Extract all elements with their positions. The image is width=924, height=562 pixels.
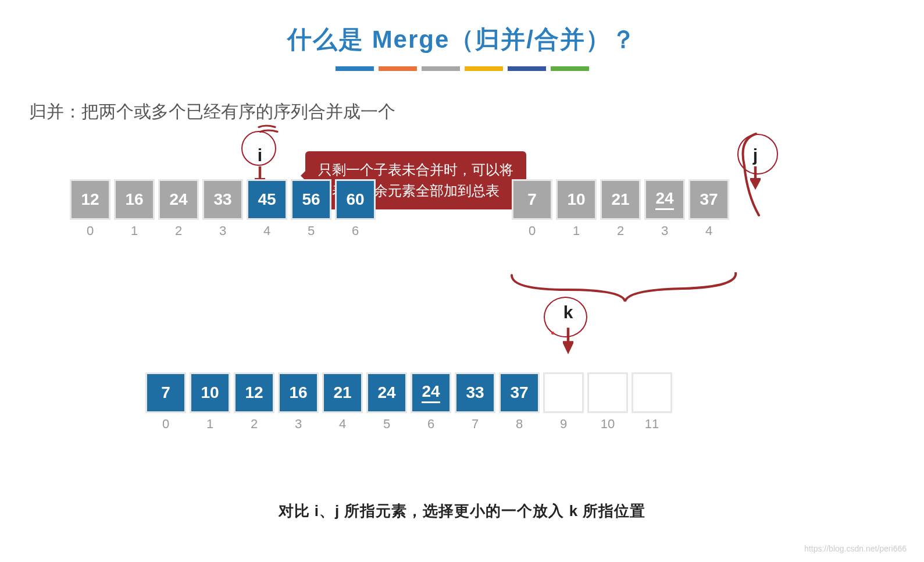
cell-value: 24 — [169, 190, 187, 209]
array-cell: 161 — [114, 179, 155, 220]
cell-value: 24 — [422, 382, 440, 403]
cell-index: 9 — [545, 417, 582, 432]
cell-index: 6 — [412, 417, 449, 432]
red-dot — [551, 332, 554, 335]
array-cell: 337 — [455, 372, 495, 413]
array-left: 120161242333454565606 — [70, 179, 376, 220]
watermark-text: https://blog.csdn.net/peri666 — [804, 544, 907, 553]
array-cell: 378 — [499, 372, 540, 413]
source-arrays-row: 120161242333454565606 70101212243374 — [0, 179, 924, 266]
cell-index: 3 — [280, 417, 317, 432]
cell-value: 37 — [700, 190, 718, 209]
array-cell: 10 — [587, 372, 628, 413]
color-bar — [465, 66, 503, 71]
cell-index: 0 — [147, 417, 184, 432]
cell-index: 5 — [292, 223, 330, 239]
array-result: 7010112216321424524633737891011 — [145, 372, 672, 413]
cell-value: 33 — [213, 190, 231, 209]
cell-index: 4 — [248, 223, 286, 239]
instruction-text: 对比 i、j 所指元素，选择更小的一个放入 k 所指位置 — [0, 501, 924, 521]
cell-index: 4 — [690, 223, 727, 239]
cell-index: 3 — [646, 223, 683, 239]
array-cell: 70 — [145, 372, 186, 413]
cell-index: 0 — [72, 223, 109, 239]
array-cell: 163 — [278, 372, 319, 413]
cell-value: 10 — [201, 383, 219, 402]
cell-index: 3 — [204, 223, 241, 239]
cell-value: 7 — [161, 383, 170, 402]
subtitle-text: 归并：把两个或多个已经有序的序列合并成一个 — [29, 100, 924, 124]
cell-value: 37 — [510, 383, 528, 402]
cell-index: 2 — [160, 223, 197, 239]
cell-value: 7 — [527, 190, 537, 209]
circle-annotation-i — [241, 131, 276, 166]
array-cell: 70 — [512, 179, 552, 220]
cell-value: 16 — [289, 383, 307, 402]
cell-value: 10 — [567, 190, 585, 209]
cell-value: 12 — [245, 383, 263, 402]
cell-index: 10 — [589, 417, 626, 432]
cell-value: 16 — [125, 190, 143, 209]
cell-value: 33 — [466, 383, 484, 402]
cell-index: 2 — [602, 223, 639, 239]
array-cell: 122 — [234, 372, 274, 413]
cell-index: 1 — [558, 223, 595, 239]
cell-index: 5 — [368, 417, 405, 432]
cell-index: 8 — [501, 417, 538, 432]
callout-line1: 只剩一个子表未合并时，可以将 — [318, 159, 513, 180]
array-cell: 101 — [190, 372, 230, 413]
cell-value: 12 — [81, 190, 99, 209]
color-bar — [422, 66, 460, 71]
cell-index: 11 — [633, 417, 670, 432]
title-underline-bars — [0, 66, 924, 71]
cell-index: 2 — [236, 417, 273, 432]
color-bar — [508, 66, 546, 71]
color-bar — [551, 66, 589, 71]
cell-index: 1 — [191, 417, 229, 432]
cell-value: 56 — [302, 190, 320, 209]
array-cell: 11 — [632, 372, 672, 413]
brace-annotation — [509, 272, 741, 307]
cell-value: 21 — [611, 190, 629, 209]
array-cell: 245 — [366, 372, 407, 413]
array-cell: 374 — [688, 179, 729, 220]
array-cell: 565 — [291, 179, 331, 220]
color-bar — [336, 66, 374, 71]
array-cell: 101 — [556, 179, 597, 220]
cell-value: 60 — [346, 190, 364, 209]
array-cell: 246 — [411, 372, 451, 413]
array-right: 70101212243374 — [512, 179, 729, 220]
array-cell: 454 — [247, 179, 287, 220]
array-cell: 606 — [335, 179, 376, 220]
cell-value: 24 — [377, 383, 395, 402]
circle-annotation-k — [544, 297, 587, 337]
color-bar — [379, 66, 417, 71]
array-cell: 242 — [158, 179, 199, 220]
cell-index: 0 — [513, 223, 551, 239]
cell-value: 45 — [258, 190, 276, 209]
array-cell: 9 — [543, 372, 584, 413]
cell-index: 7 — [456, 417, 494, 432]
cell-value: 24 — [655, 189, 673, 210]
array-cell: 120 — [70, 179, 110, 220]
cell-index: 4 — [324, 417, 361, 432]
cell-index: 6 — [337, 223, 374, 239]
cell-value: 21 — [333, 383, 351, 402]
array-cell: 243 — [644, 179, 685, 220]
result-array-container: 7010112216321424524633737891011 — [145, 372, 672, 413]
array-cell: 212 — [600, 179, 641, 220]
array-cell: 333 — [202, 179, 243, 220]
page-title: 什么是 Merge（归并/合并）？ — [0, 23, 924, 56]
array-cell: 214 — [322, 372, 363, 413]
cell-index: 1 — [116, 223, 153, 239]
